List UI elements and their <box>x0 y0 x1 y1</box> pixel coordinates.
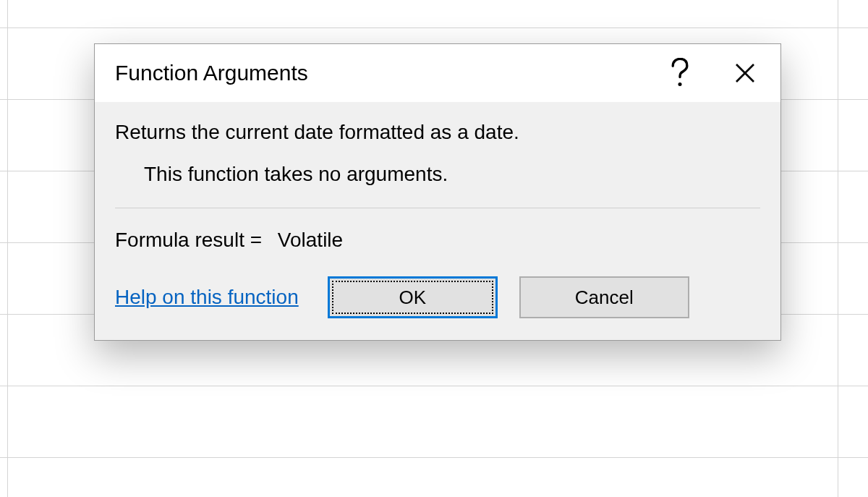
dialog-titlebar: Function Arguments <box>95 44 780 102</box>
ok-button-label: OK <box>332 281 493 314</box>
svg-point-0 <box>678 82 681 86</box>
help-link[interactable]: Help on this function <box>115 286 299 309</box>
help-icon[interactable] <box>647 47 712 99</box>
dialog-footer: Help on this function OK Cancel <box>115 276 760 318</box>
formula-result: Formula result = Volatile <box>115 229 760 252</box>
dialog-title: Function Arguments <box>115 61 647 85</box>
close-icon[interactable] <box>712 47 778 99</box>
function-arguments-dialog: Function Arguments Returns the current d… <box>94 43 781 341</box>
result-value: Volatile <box>278 229 343 251</box>
divider <box>115 208 760 208</box>
result-label: Formula result = <box>115 229 262 251</box>
dialog-content: Returns the current date formatted as a … <box>95 102 780 340</box>
cancel-button[interactable]: Cancel <box>519 276 689 318</box>
no-arguments-text: This function takes no arguments. <box>144 163 760 186</box>
ok-button[interactable]: OK <box>328 276 498 318</box>
function-description: Returns the current date formatted as a … <box>115 121 760 144</box>
